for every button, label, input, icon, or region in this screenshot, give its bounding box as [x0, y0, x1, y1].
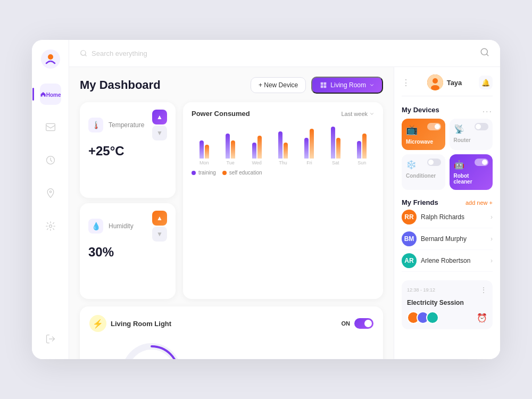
- session-time: 12:38 - 19:12: [407, 287, 435, 293]
- devices-section-title: My Devices: [402, 106, 439, 114]
- legend-dot-education: [222, 171, 227, 175]
- sidebar-item-settings[interactable]: [40, 215, 61, 237]
- light-toggle[interactable]: [354, 318, 373, 329]
- search-button[interactable]: [480, 47, 489, 59]
- thermometer-icon: 🌡️: [88, 118, 103, 132]
- microwave-name: Microwave: [406, 139, 441, 145]
- sidebar-item-logout[interactable]: [40, 328, 61, 350]
- chart-day-label-sun: Sun: [358, 160, 366, 165]
- app-container: Home: [32, 40, 500, 359]
- device-tile-robot-cleaner[interactable]: 🤖 Robot cleaner: [450, 154, 493, 190]
- temperature-card: 🌡️ Temperature ▲ ▼ +25°C: [80, 102, 176, 198]
- chart-day-label-wed: Wed: [252, 160, 261, 165]
- session-card: 12:38 - 19:12 ⋮ Electricity Session ⏰: [402, 280, 493, 329]
- chart-day-label-fri: Fri: [306, 160, 312, 165]
- friends-section-title: My Friends: [402, 198, 438, 206]
- device-tile-conditioner[interactable]: ❄️ Conditioner: [402, 154, 445, 190]
- legend-education: self education: [222, 170, 262, 176]
- chart-day-wed: Wed: [246, 122, 267, 165]
- humidity-up-button[interactable]: ▲: [152, 211, 167, 226]
- room-icon: [320, 81, 327, 89]
- friends-list: RR Ralph Richards › BM Bernard Murphy › …: [402, 206, 493, 272]
- dashboard-header: My Dashboard + New Device Living Room: [80, 77, 383, 94]
- session-header: 12:38 - 19:12 ⋮: [407, 286, 487, 294]
- sidebar-item-location[interactable]: [40, 182, 61, 204]
- search-bar: Search everything: [80, 49, 475, 57]
- temperature-up-button[interactable]: ▲: [152, 110, 167, 124]
- svg-point-17: [431, 85, 439, 90]
- light-info: ⚡ Living Room Light: [89, 315, 171, 332]
- more-options-icon[interactable]: ⋮: [402, 78, 410, 88]
- bar-training-sun: [357, 141, 361, 159]
- humidity-value: 30%: [88, 245, 167, 260]
- bar-training-sat: [331, 127, 335, 159]
- temperature-controls: ▲ ▼: [152, 110, 167, 140]
- session-footer: ⏰: [407, 311, 487, 324]
- new-device-button[interactable]: + New Device: [251, 77, 306, 93]
- chart-title: Power Consumed: [192, 110, 250, 118]
- device-tile-router[interactable]: 📡 Router: [450, 119, 493, 150]
- router-toggle[interactable]: [475, 123, 488, 130]
- sidebar-item-mail[interactable]: [40, 117, 61, 138]
- sidebar-item-home[interactable]: Home: [40, 84, 61, 105]
- friend-avatar-bernard: BM: [402, 231, 417, 246]
- svg-rect-8: [321, 82, 323, 85]
- robot-cleaner-toggle[interactable]: [475, 159, 488, 166]
- sidebar: Home: [32, 40, 69, 359]
- humidity-down-button[interactable]: ▼: [152, 227, 167, 242]
- session-more-icon[interactable]: ⋮: [480, 286, 487, 294]
- dashboard-title: My Dashboard: [80, 78, 251, 92]
- device-tile-microwave[interactable]: 📺 Microwave: [402, 119, 445, 150]
- chart-day-label-thu: Thu: [279, 160, 287, 165]
- friend-item-bernard[interactable]: BM Bernard Murphy ›: [402, 228, 493, 250]
- alarm-icon: ⏰: [477, 313, 487, 323]
- chart-day-mon: Mon: [194, 122, 214, 165]
- power-chart-card: Power Consumed Last week MonTueWedThuFri…: [183, 102, 383, 299]
- radial-chart: [117, 338, 186, 359]
- light-controls-row: − 75% 32% 0% 25%: [89, 338, 373, 359]
- bar-education-fri: [310, 129, 314, 159]
- friend-avatar-ralph: RR: [402, 210, 417, 225]
- bar-training-thu: [278, 131, 282, 159]
- user-info: Taya: [427, 74, 462, 90]
- content-area: My Dashboard + New Device Living Room: [69, 67, 500, 359]
- temperature-value: +25°C: [88, 144, 167, 159]
- app-logo: [41, 49, 60, 69]
- bar-education-sun: [362, 134, 367, 159]
- sidebar-bottom: [40, 328, 61, 350]
- friend-item-arlene[interactable]: AR Arlene Robertson ›: [402, 250, 493, 272]
- friend-item-ralph[interactable]: RR Ralph Richards ›: [402, 206, 493, 228]
- light-status: ON: [342, 320, 351, 327]
- legend-training: training: [192, 170, 216, 176]
- friends-title-row: My Friends add new +: [402, 198, 493, 206]
- humidity-controls: ▲ ▼: [152, 211, 167, 242]
- legend-dot-training: [192, 171, 196, 175]
- chart-day-thu: Thu: [272, 122, 293, 165]
- add-friend-button[interactable]: add new +: [466, 200, 493, 206]
- devices-more-button[interactable]: ...: [483, 105, 493, 114]
- sensors-row: 🌡️ Temperature ▲ ▼ +25°C: [80, 102, 383, 299]
- chevron-down-icon: [369, 111, 375, 117]
- chart-period[interactable]: Last week: [341, 111, 375, 117]
- sensors-col: 🌡️ Temperature ▲ ▼ +25°C: [80, 102, 176, 299]
- friend-name-bernard: Bernard Murphy: [421, 235, 486, 243]
- devices-section: My Devices ... 📺 Microwave �: [402, 105, 493, 190]
- temperature-label: Temperature: [109, 121, 144, 129]
- search-placeholder-text: Search everything: [92, 49, 147, 57]
- chart-day-sun: Sun: [352, 122, 372, 165]
- conditioner-toggle[interactable]: [427, 159, 441, 166]
- bar-education-wed: [257, 136, 262, 159]
- microwave-toggle[interactable]: [427, 123, 441, 130]
- session-title: Electricity Session: [407, 299, 464, 306]
- sidebar-item-clock[interactable]: [40, 149, 61, 171]
- home-nav-label: Home: [46, 92, 61, 98]
- notification-bell-button[interactable]: 🔔: [479, 76, 493, 89]
- bar-education-tue: [231, 140, 235, 159]
- temperature-down-button[interactable]: ▼: [152, 126, 167, 140]
- main-panel: Search everything My Dashboard + New Dev…: [69, 40, 500, 359]
- svg-rect-10: [321, 86, 323, 88]
- svg-point-16: [433, 78, 438, 84]
- svg-point-5: [49, 225, 52, 228]
- light-toggle-section: ON: [342, 318, 374, 329]
- room-selector-button[interactable]: Living Room: [311, 77, 383, 94]
